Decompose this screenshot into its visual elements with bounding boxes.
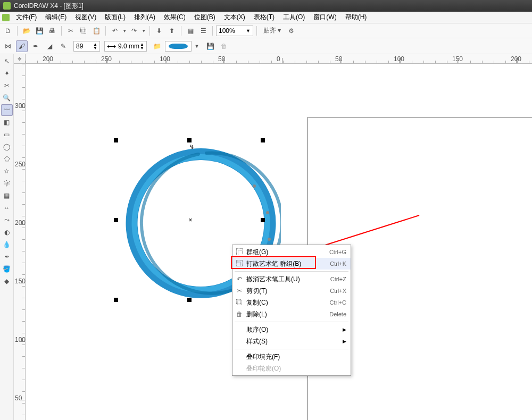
stepper-icon[interactable]: ▲▼ — [140, 43, 144, 50]
stepper-icon[interactable]: ▲▼ — [93, 43, 97, 50]
calligraphy-button[interactable]: ◢ — [44, 40, 55, 52]
sprayer-button[interactable]: ✒ — [30, 40, 41, 52]
save-button[interactable]: 💾 — [34, 25, 45, 37]
copy-button[interactable]: ⿻ — [78, 25, 89, 37]
effects-tool[interactable]: ◐ — [1, 226, 13, 238]
smoothing-field[interactable]: 89 ▲▼ — [73, 41, 100, 52]
welcome-button[interactable]: ☰ — [197, 25, 209, 37]
chevron-down-icon: ▼ — [246, 28, 251, 33]
ruler-vertical[interactable]: 30025020015010050 — [14, 64, 26, 420]
ctx-group[interactable]: ⿸ 群组(G) Ctrl+G — [232, 246, 351, 258]
svg-point-1 — [266, 211, 269, 214]
ctx-delete[interactable]: 🗑 删除(L) Delete — [232, 308, 351, 320]
shape-tool[interactable]: ✦ — [1, 68, 13, 79]
new-button[interactable]: 🗋 — [2, 25, 14, 37]
ctx-copy[interactable]: ⿻ 复制(C) Ctrl+C — [232, 297, 351, 308]
import-button[interactable]: ⬇ — [153, 25, 165, 37]
ctx-cut[interactable]: ✂ 剪切(T) Ctrl+X — [232, 285, 351, 297]
menu-bitmap[interactable]: 位图(B) — [190, 12, 220, 23]
save-brush-button[interactable]: 💾 — [204, 40, 216, 52]
menu-layout[interactable]: 版面(L) — [101, 12, 130, 23]
shapes-tool[interactable]: ☆ — [1, 165, 13, 177]
ctx-order[interactable]: 顺序(O) ▶ — [232, 324, 351, 335]
text-tool[interactable]: 字 — [1, 178, 13, 189]
undo-icon: ↶ — [232, 275, 246, 283]
cut-button[interactable]: ✂ — [65, 25, 77, 37]
eyedropper-tool[interactable]: 💧 — [1, 239, 13, 250]
freehand-tool[interactable]: 〰 — [1, 104, 13, 116]
crop-tool[interactable]: ✂ — [1, 80, 13, 91]
rectangle-tool[interactable]: ▭ — [1, 129, 13, 140]
snap-button[interactable]: 贴齐 ▾ — [260, 25, 284, 37]
selection-handle[interactable] — [261, 218, 265, 222]
print-button[interactable]: 🖶 — [46, 25, 58, 37]
selection-handle[interactable] — [187, 298, 192, 302]
menu-help[interactable]: 帮助(H) — [341, 12, 371, 23]
undo-button[interactable]: ↶ — [109, 25, 121, 37]
export-button[interactable]: ⬆ — [166, 25, 178, 37]
ctx-overprint-outline: 叠印轮廓(O) — [232, 363, 351, 374]
separator — [235, 349, 348, 349]
menu-view[interactable]: 视图(V) — [71, 12, 101, 23]
connector-tool[interactable]: ⤳ — [1, 214, 13, 226]
zoom-combo[interactable]: 100% ▼ — [216, 26, 253, 36]
selection-center-icon: × — [188, 216, 192, 224]
table-tool[interactable]: ▦ — [1, 190, 13, 201]
menu-text[interactable]: 文本(X) — [220, 12, 250, 23]
submenu-arrow-icon: ▶ — [343, 327, 346, 332]
zoom-value: 100% — [219, 27, 235, 35]
polygon-tool[interactable]: ⬠ — [1, 153, 13, 165]
ctx-overprint-fill[interactable]: 叠印填充(F) — [232, 351, 351, 363]
redo-dd-icon[interactable]: ▾ — [141, 25, 146, 37]
app-launcher-button[interactable]: ▦ — [185, 25, 196, 37]
zoom-tool[interactable]: 🔍 — [1, 92, 13, 104]
ruler-origin[interactable]: ✥ — [14, 54, 26, 64]
toolbox: ↖ ✦ ✂ 🔍 〰 ◧ ▭ ◯ ⬠ ☆ 字 ▦ ↔ ⤳ ◐ 💧 ✒ 🪣 ◆ — [0, 54, 14, 420]
fill-tool[interactable]: 🪣 — [1, 263, 13, 275]
ellipse-tool[interactable]: ◯ — [1, 141, 13, 153]
smart-fill-tool[interactable]: ◧ — [1, 116, 13, 128]
open-button[interactable]: 📂 — [21, 25, 32, 37]
width-field[interactable]: ⟷ 9.0 mm ▲▼ — [104, 41, 147, 52]
browse-button[interactable]: 📁 — [151, 40, 163, 52]
doc-logo-icon — [2, 14, 10, 21]
ruler-horizontal[interactable]: 20025015010050050100150200 — [26, 54, 532, 64]
undo-dd-icon[interactable]: ▾ — [122, 25, 127, 37]
standard-toolbar: 🗋 📂 💾 🖶 ✂ ⿻ 📋 ↶ ▾ ↷ ▾ ⬇ ⬆ ▦ ☰ 100% ▼ 贴齐 … — [0, 23, 532, 38]
dimension-tool[interactable]: ↔ — [1, 202, 13, 214]
pick-tool[interactable]: ↖ — [1, 55, 13, 67]
brush-dd-icon[interactable]: ▼ — [194, 40, 200, 52]
selection-handle[interactable] — [114, 298, 118, 302]
ctx-break-apart[interactable]: ⿹ 打散艺术笔 群组(B) Ctrl+K — [232, 258, 351, 270]
menu-effects[interactable]: 效果(C) — [160, 12, 190, 23]
interactive-fill-tool[interactable]: ◆ — [1, 275, 13, 287]
ctx-style[interactable]: 样式(S) ▶ — [232, 335, 351, 347]
selection-handle[interactable] — [114, 218, 118, 222]
cursor-icon: ↯ — [189, 144, 194, 150]
brush-preview[interactable] — [165, 41, 192, 52]
menu-file[interactable]: 文件(F) — [12, 12, 41, 23]
ctx-undo[interactable]: ↶ 撤消艺术笔工具(U) Ctrl+Z — [232, 273, 351, 285]
brush-mode-button[interactable]: 🖌 — [16, 40, 28, 52]
menu-tools[interactable]: 工具(O) — [279, 12, 309, 23]
menubar: 文件(F) 编辑(E) 视图(V) 版面(L) 排列(A) 效果(C) 位图(B… — [0, 12, 532, 23]
menu-table[interactable]: 表格(T) — [250, 12, 279, 23]
menu-edit[interactable]: 编辑(E) — [41, 12, 71, 23]
copy-icon: ⿻ — [232, 299, 246, 306]
pressure-button[interactable]: ✎ — [57, 40, 69, 52]
redo-button[interactable]: ↷ — [128, 25, 140, 37]
menu-window[interactable]: 窗口(W) — [309, 12, 340, 23]
delete-brush-button[interactable]: 🗑 — [218, 40, 230, 52]
paste-button[interactable]: 📋 — [90, 25, 102, 37]
width-icon: ⟷ — [107, 43, 116, 50]
menu-arrange[interactable]: 排列(A) — [130, 12, 160, 23]
context-menu: ⿸ 群组(G) Ctrl+G ⿹ 打散艺术笔 群组(B) Ctrl+K ↶ 撤消… — [232, 245, 351, 376]
app-logo-icon — [3, 2, 11, 10]
preset-button[interactable]: ⋈ — [2, 40, 14, 52]
selection-handle[interactable] — [187, 138, 192, 142]
options-button[interactable]: ⚙ — [285, 25, 297, 37]
selection-handle[interactable] — [114, 138, 118, 142]
outline-tool[interactable]: ✒ — [1, 251, 13, 263]
selection-handle[interactable] — [261, 138, 265, 142]
svg-point-2 — [268, 238, 271, 241]
